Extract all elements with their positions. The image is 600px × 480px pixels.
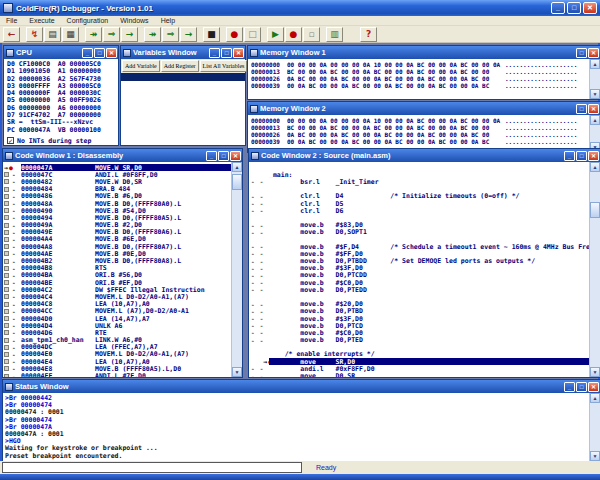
source-row[interactable]: --→● [249, 293, 589, 300]
scrollbar[interactable]: ▲ ▼ [589, 59, 600, 99]
gutter[interactable]: --→● [249, 344, 269, 351]
gutter[interactable]: --→● [249, 236, 269, 243]
gutter[interactable]: -→● [3, 164, 21, 171]
gutter-box-icon[interactable] [4, 187, 9, 192]
gutter[interactable]: --→● [249, 250, 269, 257]
gutter-box-icon[interactable] [4, 259, 9, 264]
gutter[interactable]: -→● [3, 193, 21, 200]
main-titlebar[interactable]: ColdFire(R) Debugger - Version 1.01 _ □ … [0, 0, 600, 16]
selected-row[interactable] [121, 73, 245, 81]
source-row[interactable]: --→● move.b #$20,D0 [249, 301, 589, 308]
gutter[interactable]: --→● [249, 243, 269, 250]
close-button[interactable]: ✕ [106, 48, 117, 58]
gutter[interactable]: -→● [3, 329, 21, 336]
gutter-box-icon[interactable] [4, 280, 9, 285]
minimize-button[interactable]: _ [209, 48, 220, 58]
minimize-button[interactable]: _ [551, 2, 565, 14]
disassembly-row[interactable]: -→● 0000047A MOVE.W SR,D0 [3, 164, 231, 171]
toolbar-load-program-icon[interactable]: ▦ [62, 27, 79, 42]
gutter[interactable]: -→● [3, 229, 21, 236]
gutter-box-icon[interactable] [4, 201, 9, 206]
menu-item[interactable]: File [0, 16, 23, 25]
gutter[interactable]: -→● [3, 315, 21, 322]
gutter[interactable]: --→● [249, 358, 269, 365]
scroll-up-icon[interactable]: ▲ [590, 59, 600, 69]
gutter[interactable]: -→● [3, 171, 21, 178]
source-row[interactable]: --→● move D0,SR [249, 372, 589, 377]
close-button[interactable]: ✕ [588, 104, 599, 114]
disassembly-row[interactable]: -→● 00000484 BRA.B 484 [3, 186, 231, 193]
menu-item[interactable]: Windows [114, 16, 154, 25]
memory-window-2-titlebar[interactable]: Memory Window 2 □ ✕ [248, 102, 600, 115]
minimize-button[interactable]: _ [564, 382, 575, 392]
gutter[interactable]: --→● [249, 265, 269, 272]
disassembly-row[interactable]: -→● 000004A8 MOVE.B D0,(FFFF80A7).L [3, 243, 231, 250]
disassembly-row[interactable]: -→● 000004D0 LEA (14,A7),A7 [3, 315, 231, 322]
toolbar-break-now-icon[interactable]: ● [285, 27, 302, 42]
source-row[interactable]: --→● move SR,D0 [249, 358, 589, 365]
close-button[interactable]: ✕ [230, 151, 241, 161]
gutter[interactable]: --→● [249, 286, 269, 293]
close-button[interactable]: ✕ [583, 2, 597, 14]
gutter[interactable]: --→● [249, 322, 269, 329]
toolbar-step-over-hl-icon[interactable]: ⇒ [162, 27, 179, 42]
toolbar-step-hl-icon[interactable]: ↠ [144, 27, 161, 42]
variables-list[interactable] [121, 73, 245, 145]
gutter-box-icon[interactable] [4, 251, 9, 256]
gutter[interactable]: -→● [3, 178, 21, 185]
gutter-box-icon[interactable] [4, 230, 9, 235]
menu-item[interactable]: Configuration [61, 16, 115, 25]
gutter[interactable]: --→● [249, 200, 269, 207]
gutter[interactable]: --→● [249, 229, 269, 236]
gutter[interactable]: --→● [249, 373, 269, 377]
disassembly-row[interactable]: -→● 0000049E MOVE.B D0,(FFFF80A6).L [3, 229, 231, 236]
toolbar-registers-icon[interactable]: ▥ [326, 27, 343, 42]
gutter[interactable]: --→● [249, 337, 269, 344]
disassembly-row[interactable]: -→● 00000482 MOVE.W D0,SR [3, 178, 231, 185]
disassembly-row[interactable]: -→● 000004D4 UNLK A6 [3, 322, 231, 329]
gutter[interactable]: --→● [249, 272, 269, 279]
gutter-box-icon[interactable] [4, 302, 9, 307]
gutter-box-icon[interactable] [4, 266, 9, 271]
maximize-button[interactable]: □ [94, 48, 105, 58]
gutter[interactable]: --→● [249, 214, 269, 221]
maximize-button[interactable]: □ [576, 382, 587, 392]
status-window-titlebar[interactable]: Status Window _ □ ✕ [3, 380, 600, 393]
gutter[interactable]: -→● [3, 200, 21, 207]
source-window-titlebar[interactable]: Code Window 2 : Source (main.asm) _ □ ✕ [249, 149, 600, 162]
source-row[interactable]: --→● bsr.l _Init_Timer [249, 178, 589, 185]
close-button[interactable]: ✕ [588, 48, 599, 58]
source-row[interactable]: --→● move.b #$FF,D0 [249, 250, 589, 257]
menu-item[interactable]: Execute [23, 16, 60, 25]
gutter[interactable]: --→● [249, 258, 269, 265]
gutter[interactable]: -→● [3, 301, 21, 308]
maximize-button[interactable]: □ [221, 48, 232, 58]
toolbar-set-breakpoint-icon[interactable]: ● [226, 27, 243, 42]
disassembly-row[interactable]: -→● 000004E8 MOVE.B (FFFF80A5).L,D0 [3, 365, 231, 372]
gutter[interactable]: --→● [249, 207, 269, 214]
close-button[interactable]: ✕ [588, 151, 599, 161]
source-row[interactable]: --→● [249, 164, 589, 171]
gutter[interactable]: -→● [3, 250, 21, 257]
disassembly-row[interactable]: -→● 0000049A MOVE.B #2,D0 [3, 222, 231, 229]
disassembly-row[interactable]: -→● 000004E0 MOVEM.L D0-D2/A0-A1,(A7) [3, 351, 231, 358]
scroll-up-icon[interactable]: ▲ [232, 162, 242, 172]
gutter[interactable]: -→● [3, 222, 21, 229]
scrollbar[interactable]: ▲ ▼ [589, 393, 600, 461]
disassembly-row[interactable]: -→● 00000494 MOVE.B D0,(FFFF80A5).L [3, 214, 231, 221]
gutter-box-icon[interactable] [4, 294, 9, 299]
source-row[interactable]: --→● move.b D0,SOPT1 [249, 229, 589, 236]
cpu-window-titlebar[interactable]: CPU _ □ ✕ [4, 46, 118, 59]
gutter-box-icon[interactable] [4, 273, 9, 278]
disassembly-row[interactable]: -→● 0000048A MOVE.B D0,(FFFF80A0).L [3, 200, 231, 207]
gutter[interactable]: -→● [3, 373, 21, 377]
gutter[interactable]: --→● [249, 164, 269, 171]
gutter[interactable]: -→● [3, 293, 21, 300]
gutter[interactable]: --→● [249, 351, 269, 358]
scroll-thumb[interactable] [232, 174, 242, 190]
source-row[interactable]: --→● [249, 214, 589, 221]
gutter[interactable]: -→● [3, 207, 21, 214]
gutter-box-icon[interactable] [4, 338, 9, 343]
source-row[interactable]: --→● [249, 186, 589, 193]
disassembly-row[interactable]: -→● 000004BA ORI.B #56,D0 [3, 272, 231, 279]
